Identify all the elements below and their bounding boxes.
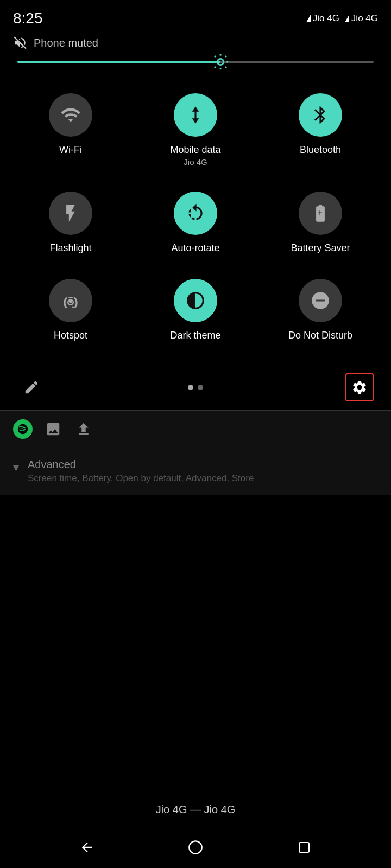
svg-rect-12 — [299, 843, 309, 852]
qs-item-mobile-data[interactable]: Mobile data Jio 4G — [136, 82, 255, 175]
phone-muted-label: Phone muted — [34, 37, 98, 49]
dark-theme-label: Dark theme — [170, 330, 220, 342]
mute-icon — [13, 36, 27, 50]
status-bar: 8:25 Jio 4G Jio 4G — [0, 0, 391, 33]
svg-line-4 — [215, 56, 216, 57]
bluetooth-label: Bluetooth — [300, 144, 341, 156]
qs-item-dark-theme[interactable]: Dark theme — [136, 268, 255, 350]
svg-line-8 — [215, 67, 216, 68]
mobile-data-icon-circle — [174, 93, 217, 137]
signal2-icon: Jio 4G — [345, 13, 378, 24]
upload-notification-icon[interactable] — [74, 419, 93, 439]
carrier-label: Jio 4G — Jio 4G — [0, 793, 391, 827]
chevron-down-icon[interactable]: ▾ — [13, 461, 19, 475]
advanced-header: ▾ Advanced Screen time, Battery, Open by… — [13, 458, 378, 484]
qs-grid: Wi-Fi Mobile data Jio 4G Bluetooth — [11, 82, 380, 350]
do-not-disturb-icon-circle — [299, 279, 342, 322]
flashlight-icon — [60, 203, 81, 224]
notification-bar: Phone muted — [0, 33, 391, 55]
signal1-icon: Jio 4G — [306, 13, 339, 24]
navigation-bar — [0, 827, 391, 868]
home-button[interactable] — [185, 837, 206, 858]
do-not-disturb-label: Do Not Disturb — [288, 330, 352, 342]
qs-item-do-not-disturb[interactable]: Do Not Disturb — [261, 268, 380, 350]
dark-theme-icon-circle — [174, 279, 217, 322]
wifi-icon-circle — [49, 93, 92, 137]
page-dots — [188, 385, 203, 390]
qs-item-hotspot[interactable]: Hotspot — [11, 268, 130, 350]
status-right: Jio 4G Jio 4G — [306, 13, 378, 24]
back-button[interactable] — [76, 837, 98, 858]
auto-rotate-label: Auto-rotate — [171, 242, 219, 254]
wifi-label: Wi-Fi — [59, 144, 82, 156]
image-notification-icon[interactable] — [43, 419, 63, 439]
network1-label: Jio 4G — [313, 13, 339, 24]
advanced-section[interactable]: ▾ Advanced Screen time, Battery, Open by… — [0, 448, 391, 495]
qs-item-flashlight[interactable]: Flashlight — [11, 181, 130, 263]
back-icon — [79, 840, 94, 855]
hotspot-label: Hotspot — [54, 330, 87, 342]
qs-toolbar — [0, 365, 391, 410]
home-icon — [188, 840, 203, 855]
svg-point-11 — [189, 841, 201, 853]
settings-button[interactable] — [345, 373, 374, 401]
mobile-data-sublabel: Jio 4G — [184, 157, 207, 167]
advanced-title: Advanced — [28, 458, 254, 471]
qs-item-bluetooth[interactable]: Bluetooth — [261, 82, 380, 175]
do-not-disturb-icon — [310, 290, 331, 311]
flashlight-label: Flashlight — [49, 242, 91, 254]
recents-icon — [298, 841, 311, 854]
bluetooth-icon-circle — [299, 93, 342, 137]
dot-1 — [188, 385, 193, 390]
quick-settings-panel: Wi-Fi Mobile data Jio 4G Bluetooth — [0, 74, 391, 359]
hotspot-icon — [60, 290, 81, 311]
qs-item-wifi[interactable]: Wi-Fi — [11, 82, 130, 175]
settings-icon — [351, 379, 368, 395]
brightness-sun-icon — [211, 53, 230, 71]
edit-button[interactable] — [17, 373, 46, 401]
battery-saver-icon-circle — [299, 192, 342, 235]
svg-point-1 — [217, 59, 223, 65]
hotspot-icon-circle — [49, 279, 92, 322]
notification-icons-row — [0, 411, 391, 448]
brightness-fill — [17, 61, 220, 63]
battery-saver-label: Battery Saver — [291, 242, 350, 254]
dark-theme-icon — [185, 290, 206, 311]
auto-rotate-icon — [185, 203, 206, 224]
mobile-data-label: Mobile data — [170, 144, 220, 156]
spotify-notification-icon[interactable] — [13, 419, 33, 439]
qs-item-battery-saver[interactable]: Battery Saver — [261, 181, 380, 263]
network2-label: Jio 4G — [351, 13, 378, 24]
battery-saver-icon — [310, 203, 331, 224]
wifi-icon — [60, 105, 81, 125]
dot-2 — [198, 385, 203, 390]
qs-item-auto-rotate[interactable]: Auto-rotate — [136, 181, 255, 263]
auto-rotate-icon-circle — [174, 192, 217, 235]
advanced-subtitle: Screen time, Battery, Open by default, A… — [28, 473, 254, 484]
flashlight-icon-circle — [49, 192, 92, 235]
recents-button[interactable] — [293, 837, 315, 858]
mobile-data-icon — [185, 105, 206, 125]
brightness-slider-container[interactable] — [0, 55, 391, 74]
svg-line-5 — [225, 67, 226, 68]
brightness-track[interactable] — [17, 61, 374, 63]
brightness-thumb[interactable] — [211, 52, 230, 72]
svg-line-9 — [225, 56, 226, 57]
edit-icon — [23, 379, 40, 395]
bluetooth-icon — [310, 105, 331, 125]
status-time: 8:25 — [13, 10, 43, 27]
bottom-area: Jio 4G — Jio 4G — [0, 793, 391, 868]
